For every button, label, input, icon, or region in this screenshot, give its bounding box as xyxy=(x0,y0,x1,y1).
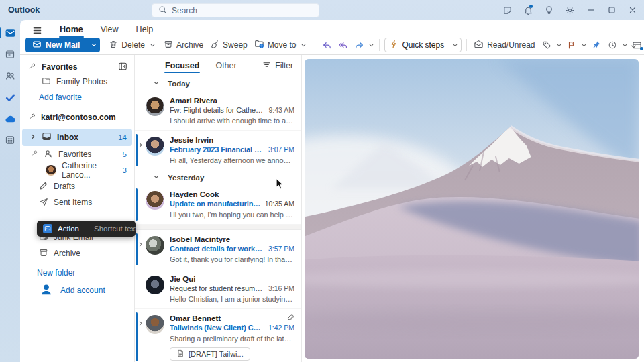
add-favorite-link[interactable]: Add favorite xyxy=(20,90,134,105)
forward-dropdown[interactable] xyxy=(367,42,376,48)
folder-favorites[interactable]: Favorites 5 xyxy=(22,146,132,162)
pin-icon xyxy=(28,62,36,72)
snooze-dropdown[interactable] xyxy=(621,42,629,48)
delete-dropdown[interactable] xyxy=(148,42,157,48)
folder-move-icon xyxy=(254,39,264,51)
rail-onedrive-icon[interactable] xyxy=(3,112,17,125)
pencil-icon xyxy=(39,181,48,192)
maximize-button[interactable] xyxy=(601,0,622,20)
attachment-chip[interactable]: [DRAFT] Tailwi... xyxy=(170,347,250,361)
filter-icon xyxy=(262,60,271,71)
expand-conversation-icon[interactable] xyxy=(138,319,144,328)
email-row[interactable]: Jessie Irwin February 2023 Financial Res… xyxy=(135,131,301,170)
folder-pane: Favorites Family Photos Add favorite kat… xyxy=(20,55,134,362)
tag-button[interactable] xyxy=(539,38,555,52)
quick-steps-dropdown[interactable] xyxy=(449,38,461,52)
reply-all-button[interactable] xyxy=(335,38,351,52)
chevron-right-icon[interactable] xyxy=(30,133,36,142)
move-to-button[interactable]: Move to xyxy=(251,37,312,53)
search-icon xyxy=(158,5,167,16)
tips-lightbulb-icon[interactable] xyxy=(539,0,559,20)
expand-conversation-icon[interactable] xyxy=(138,240,144,249)
send-later-dot xyxy=(640,47,643,50)
group-header-today[interactable]: Today xyxy=(135,76,301,91)
rail-calendar-icon[interactable] xyxy=(3,48,17,61)
read-unread-button[interactable]: Read/Unread xyxy=(470,37,538,53)
rail-more-apps-icon[interactable] xyxy=(3,133,17,147)
folder-drafts[interactable]: Drafts xyxy=(22,178,132,194)
tab-home[interactable]: Home xyxy=(52,23,91,37)
quick-steps-button[interactable]: Quick steps xyxy=(384,38,462,52)
people-star-icon xyxy=(44,149,53,160)
close-button[interactable] xyxy=(622,0,643,20)
tab-focused[interactable]: Focused xyxy=(164,58,200,74)
mail-icon xyxy=(32,40,42,51)
tab-help[interactable]: Help xyxy=(129,23,161,37)
avatar xyxy=(46,165,56,176)
favorites-header: Favorites xyxy=(42,62,77,72)
new-mail-button[interactable]: New Mail xyxy=(25,38,100,52)
ribbon-collapse-chevron[interactable] xyxy=(630,43,637,52)
folder-inbox[interactable]: Inbox 14 xyxy=(22,129,132,146)
send-icon xyxy=(39,197,48,208)
snooze-clock-button[interactable] xyxy=(604,38,621,52)
divider xyxy=(315,39,315,51)
settings-gear-icon[interactable] xyxy=(559,0,580,20)
folder-icon xyxy=(42,76,51,88)
account-header[interactable]: katri@contoso.com xyxy=(41,113,116,122)
list-divider xyxy=(135,225,301,230)
tag-dropdown[interactable] xyxy=(555,42,564,48)
filter-button[interactable]: Filter xyxy=(262,60,293,71)
tooltip-shortcut-label: Shortcut text xyxy=(94,225,136,233)
flag-button[interactable] xyxy=(564,38,580,52)
avatar xyxy=(146,276,164,294)
sweep-button[interactable]: Sweep xyxy=(207,38,251,53)
paperclip-icon xyxy=(286,314,294,324)
folder-family-photos[interactable]: Family Photos xyxy=(22,74,132,90)
tab-other[interactable]: Other xyxy=(215,58,237,74)
delete-button[interactable]: Delete xyxy=(105,38,160,53)
shortcut-tooltip: Action Shortcut text xyxy=(37,221,136,237)
email-row[interactable]: Amari Rivera Fw: Flight details for Cath… xyxy=(135,91,301,131)
tab-view[interactable]: View xyxy=(93,23,126,37)
forward-button[interactable] xyxy=(351,38,367,52)
move-to-dropdown[interactable] xyxy=(299,42,308,48)
new-mail-dropdown[interactable] xyxy=(87,38,100,52)
avatar xyxy=(146,315,164,334)
hamburger-menu-icon[interactable] xyxy=(28,23,46,37)
folder-catherine[interactable]: Catherine Lanco... 3 xyxy=(22,162,132,178)
new-folder-link[interactable]: New folder xyxy=(20,265,134,280)
inbox-count: 14 xyxy=(118,133,127,141)
expand-conversation-icon[interactable] xyxy=(138,141,144,150)
catherine-count: 3 xyxy=(123,166,127,174)
ribbon: Home View Help New Mail Delete Archive xyxy=(20,20,644,55)
search-input[interactable] xyxy=(172,6,313,15)
outlook-window: Outlook xyxy=(0,0,644,362)
avatar xyxy=(146,137,164,156)
folder-sent-items[interactable]: Sent Items xyxy=(22,194,132,210)
reply-button[interactable] xyxy=(319,38,335,52)
rail-todo-icon[interactable] xyxy=(3,90,17,104)
lightning-icon xyxy=(390,40,398,50)
message-list: Focused Other Filter Today Amari Rivera … xyxy=(134,55,302,362)
rail-mail-icon[interactable] xyxy=(3,26,17,40)
email-row[interactable]: Jie Qui Request for student résumé revie… xyxy=(135,269,301,309)
notes-icon[interactable] xyxy=(497,0,518,20)
notifications-bell-icon[interactable] xyxy=(518,0,539,20)
search-bar[interactable] xyxy=(152,3,319,17)
collapse-folder-pane-icon[interactable] xyxy=(118,62,127,73)
rail-people-icon[interactable] xyxy=(3,69,17,82)
envelope-open-icon xyxy=(474,39,484,51)
email-row[interactable]: Omar Bennett Tailwinds (New Client) Cont… xyxy=(135,309,301,362)
pin-button[interactable] xyxy=(588,38,604,52)
avatar xyxy=(146,191,164,210)
archive-button[interactable]: Archive xyxy=(160,38,207,53)
folder-archive[interactable]: Archive xyxy=(22,245,132,261)
mouse-cursor xyxy=(275,178,286,192)
flag-dropdown[interactable] xyxy=(580,42,588,48)
email-row[interactable]: Isobel Macintyre Contract details for wo… xyxy=(135,230,301,269)
action-icon xyxy=(43,224,52,233)
reading-pane xyxy=(302,55,644,362)
minimize-button[interactable] xyxy=(580,0,601,20)
add-account-button[interactable]: Add account xyxy=(20,280,134,300)
